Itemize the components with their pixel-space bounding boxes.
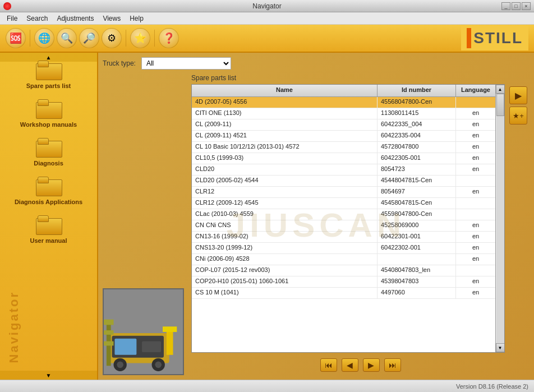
- spare-parts-folder-icon: [36, 61, 61, 80]
- table-row[interactable]: 4D (2007-05) 455645568047800-Cen: [192, 97, 495, 108]
- window-title: Navigator: [252, 2, 281, 10]
- cell-id: 4497060: [378, 288, 456, 298]
- zoom-toolbar-btn[interactable]: 🔎: [79, 28, 99, 48]
- svg-rect-9: [104, 320, 114, 325]
- user-manual-folder-icon: [36, 215, 61, 235]
- scrollbar-track: [496, 94, 504, 343]
- next-button[interactable]: ▶: [363, 358, 380, 372]
- settings-toolbar-btn[interactable]: ⚙: [102, 28, 122, 48]
- table-row[interactable]: CL10,5 (1999-03)60422305-001en: [192, 153, 495, 164]
- table-row[interactable]: COP20-H10 (2015-01) 1060-106145398047803…: [192, 276, 495, 288]
- table-row[interactable]: CLR128054697en: [192, 187, 495, 198]
- table-row[interactable]: CLD208054723en: [192, 164, 495, 176]
- table-row[interactable]: CN CNi CNS45258069000en: [192, 220, 495, 232]
- sidebar-item-workshop[interactable]: Workshop manuals: [5, 97, 92, 130]
- cell-name: COP-L07 (2015-12 rev003): [192, 265, 378, 276]
- toolbar: 🆘 🌐 🔍 🔎 ⚙ ⭐ ❓ STILL: [0, 25, 534, 53]
- cell-name: CN13-16 (1999-02): [192, 232, 378, 242]
- toolbar-sep-3: [154, 30, 155, 47]
- toolbar-sep-1: [30, 30, 30, 47]
- truck-type-select[interactable]: All CAN RX: [141, 57, 231, 70]
- table-row[interactable]: CL (2009-11)60422335_004en: [192, 119, 495, 131]
- title-bar-left: [3, 2, 11, 10]
- svg-rect-13: [163, 326, 177, 332]
- scrollbar-down-btn[interactable]: ▼: [496, 343, 505, 352]
- scrollbar-thumb[interactable]: [496, 94, 504, 116]
- cell-name: CITI ONE (1130): [192, 108, 378, 119]
- diagnosis-apps-folder-icon: [36, 177, 61, 196]
- spacer: [103, 74, 187, 284]
- question-toolbar-btn[interactable]: ❓: [159, 28, 179, 48]
- first-button[interactable]: ⏮: [320, 358, 337, 372]
- table-row[interactable]: CS 10 M (1041)4497060en: [192, 288, 495, 299]
- cell-name: CLR12: [192, 187, 378, 197]
- maximize-button[interactable]: □: [512, 2, 521, 10]
- cell-lang: en: [456, 108, 495, 119]
- table-row[interactable]: CLac (2010-03) 455945598047800-Cen: [192, 209, 495, 220]
- minimize-button[interactable]: _: [501, 2, 510, 10]
- thumbnail-area: [103, 288, 184, 375]
- search-toolbar-btn[interactable]: 🔍: [57, 28, 77, 48]
- table-row[interactable]: CNi (2006-09) 4528en: [192, 254, 495, 265]
- cell-id: 8054697: [378, 187, 456, 197]
- bottom-nav: ⏮ ◀ ▶ ⏭: [191, 355, 530, 375]
- content-area: Truck type: All CAN RX JIUSCAN: [98, 53, 534, 380]
- menu-file[interactable]: File: [2, 13, 22, 24]
- cell-lang: [456, 176, 495, 186]
- sidebar: ▲ Spare parts list Workshop manuals Diag…: [0, 53, 98, 380]
- sidebar-item-diagnosis-apps[interactable]: Diagnosis Applications: [5, 174, 92, 207]
- window-controls: _ □ ×: [501, 2, 531, 10]
- svg-point-7: [155, 361, 162, 368]
- cell-id: 60422335-004: [378, 131, 456, 141]
- table-row[interactable]: CL (2009-11) 452160422335-004en: [192, 131, 495, 142]
- diagnosis-label: Diagnosis: [34, 160, 63, 167]
- cell-id: 60422305-001: [378, 153, 456, 164]
- cell-id: 60422301-001: [378, 232, 456, 242]
- title-bar: Navigator _ □ ×: [0, 0, 534, 12]
- app-icon: [3, 2, 11, 10]
- left-side: [103, 74, 187, 375]
- cell-lang: [456, 97, 495, 108]
- svg-rect-11: [104, 342, 114, 346]
- table-row[interactable]: CNS13-20 (1999-12)60422302-001en: [192, 243, 495, 254]
- close-button[interactable]: ×: [522, 2, 531, 10]
- toolbar-sep-2: [126, 30, 126, 47]
- table-row[interactable]: COP-L07 (2015-12 rev003)45408047803_len: [192, 265, 495, 276]
- table-row[interactable]: CITI ONE (1130)11308011415en: [192, 108, 495, 119]
- favorites-toolbar-btn[interactable]: ⭐: [130, 28, 150, 48]
- cell-lang: en: [456, 232, 495, 242]
- table-header: Name Id number Language: [192, 85, 495, 97]
- sidebar-scroll-down[interactable]: ▼: [0, 371, 97, 380]
- table-row[interactable]: CL 10 Basic 10/12/12i (2013-01) 45724572…: [192, 142, 495, 153]
- prev-button[interactable]: ◀: [342, 358, 358, 372]
- cell-name: 4D (2007-05) 4556: [192, 97, 378, 108]
- play-button[interactable]: ▶: [509, 86, 527, 104]
- table-row[interactable]: CLD20 (2005-02) 454445448047815-Cen: [192, 176, 495, 187]
- diagnosis-folder-icon: [36, 138, 61, 158]
- main-content: ▲ Spare parts list Workshop manuals Diag…: [0, 53, 534, 380]
- table-row[interactable]: CN13-16 (1999-02)60422301-001en: [192, 232, 495, 243]
- cell-name: CNS13-20 (1999-12): [192, 243, 378, 253]
- menu-adjustments[interactable]: Adjustments: [52, 13, 98, 24]
- spare-parts-label: Spare parts list: [26, 82, 71, 89]
- sidebar-item-user-manual[interactable]: User manual: [5, 213, 92, 246]
- menu-search[interactable]: Search: [22, 13, 52, 24]
- action-buttons: ▶ ★+: [507, 84, 530, 353]
- help-toolbar-btn[interactable]: 🆘: [6, 28, 26, 48]
- last-button[interactable]: ⏭: [384, 358, 401, 372]
- version-text: Version D8.16 (Release 2): [456, 383, 528, 390]
- cell-name: CL (2009-11): [192, 119, 378, 130]
- table-row[interactable]: CLR12 (2009-12) 454545458047815-Cen: [192, 198, 495, 209]
- spare-parts-title: Spare parts list: [191, 74, 530, 82]
- cell-id: 45398047803: [378, 276, 456, 287]
- sidebar-item-spare-parts[interactable]: Spare parts list: [5, 58, 92, 91]
- menu-views[interactable]: Views: [98, 13, 125, 24]
- still-logo-text: STILL: [473, 29, 523, 47]
- scrollbar-up-btn[interactable]: ▲: [496, 85, 505, 94]
- sidebar-item-diagnosis[interactable]: Diagnosis: [5, 136, 92, 169]
- cell-id: 60422335_004: [378, 119, 456, 130]
- menu-help[interactable]: Help: [125, 13, 148, 24]
- globe-toolbar-btn[interactable]: 🌐: [34, 28, 54, 48]
- add-favorite-button[interactable]: ★+: [509, 107, 527, 124]
- table-body: 4D (2007-05) 455645568047800-CenCITI ONE…: [192, 97, 495, 352]
